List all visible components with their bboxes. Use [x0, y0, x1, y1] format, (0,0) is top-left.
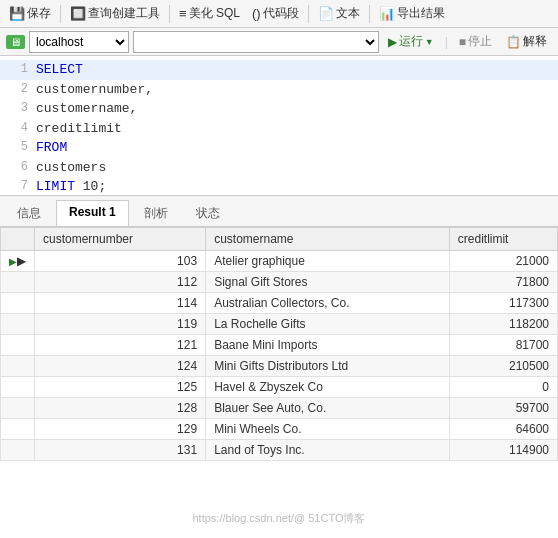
cell-creditlimit: 64600 — [449, 419, 557, 440]
line-content: creditlimit — [36, 119, 122, 139]
table-row[interactable]: ▶103Atelier graphique21000 — [1, 251, 558, 272]
cell-customername: Land of Toys Inc. — [206, 440, 450, 461]
line-content: customers — [36, 158, 106, 178]
row-indicator-cell — [1, 377, 35, 398]
table-row[interactable]: 125Havel & Zbyszek Co0 — [1, 377, 558, 398]
run-sep: | — [445, 35, 448, 49]
explain-button[interactable]: 📋 解释 — [501, 31, 552, 52]
line-number: 3 — [4, 99, 28, 119]
table-row[interactable]: 131Land of Toys Inc.114900 — [1, 440, 558, 461]
row-indicator-cell — [1, 272, 35, 293]
line-number: 6 — [4, 158, 28, 178]
text-button[interactable]: 📄 文本 — [313, 3, 365, 24]
cell-customername: Signal Gift Stores — [206, 272, 450, 293]
tabs-bar: 信息Result 1剖析状态 — [0, 196, 558, 227]
cell-customernumber: 112 — [35, 272, 206, 293]
cell-customernumber: 103 — [35, 251, 206, 272]
save-icon: 💾 — [9, 6, 25, 21]
row-indicator-cell — [1, 314, 35, 335]
table-row[interactable]: 129Mini Wheels Co.64600 — [1, 419, 558, 440]
line-number: 5 — [4, 138, 28, 158]
cell-customernumber: 124 — [35, 356, 206, 377]
table-row[interactable]: 112Signal Gift Stores71800 — [1, 272, 558, 293]
cell-creditlimit: 81700 — [449, 335, 557, 356]
row-indicator-cell — [1, 335, 35, 356]
cell-creditlimit: 59700 — [449, 398, 557, 419]
separator-4 — [369, 5, 370, 23]
row-indicator-cell: ▶ — [1, 251, 35, 272]
table-row[interactable]: 124Mini Gifts Distributors Ltd210500 — [1, 356, 558, 377]
db-icon: 🖥 — [6, 35, 25, 49]
table-row[interactable]: 119La Rochelle Gifts118200 — [1, 314, 558, 335]
separator-3 — [308, 5, 309, 23]
line-number: 1 — [4, 60, 28, 80]
line-number: 2 — [4, 80, 28, 100]
cell-customername: Havel & Zbyszek Co — [206, 377, 450, 398]
line-number: 7 — [4, 177, 28, 196]
cell-customernumber: 129 — [35, 419, 206, 440]
cell-customername: Mini Gifts Distributors Ltd — [206, 356, 450, 377]
line-content: customername, — [36, 99, 137, 119]
cell-customername: Atelier graphique — [206, 251, 450, 272]
row-indicator-cell — [1, 293, 35, 314]
col-header-creditlimit: creditlimit — [449, 228, 557, 251]
col-header-customername: customername — [206, 228, 450, 251]
cell-customernumber: 114 — [35, 293, 206, 314]
row-indicator-cell — [1, 419, 35, 440]
cell-creditlimit: 114900 — [449, 440, 557, 461]
col-header-indicator — [1, 228, 35, 251]
run-button[interactable]: ▶ 运行 ▼ — [383, 31, 439, 52]
stop-icon: ■ — [459, 35, 466, 49]
line-number: 4 — [4, 119, 28, 139]
cell-customernumber: 121 — [35, 335, 206, 356]
result-table: customernumbercustomernamecreditlimit▶10… — [0, 227, 558, 461]
line-content: FROM — [36, 138, 67, 158]
cell-customername: Baane Mini Imports — [206, 335, 450, 356]
cell-creditlimit: 210500 — [449, 356, 557, 377]
beautify-icon: ≡ — [179, 6, 187, 21]
row-indicator-cell — [1, 356, 35, 377]
cell-customernumber: 125 — [35, 377, 206, 398]
save-button[interactable]: 💾 保存 — [4, 3, 56, 24]
run-dropdown-icon: ▼ — [425, 37, 434, 47]
cell-customernumber: 119 — [35, 314, 206, 335]
beautify-button[interactable]: ≡ 美化 SQL — [174, 3, 245, 24]
cell-creditlimit: 71800 — [449, 272, 557, 293]
toolbar: 💾 保存 🔲 查询创建工具 ≡ 美化 SQL () 代码段 📄 文本 📊 导出结… — [0, 0, 558, 28]
run-icon: ▶ — [388, 35, 397, 49]
host-select[interactable]: localhost — [29, 31, 129, 53]
sql-editor[interactable]: 1SELECT2 customernumber,3 customername,4… — [0, 56, 558, 196]
table-row[interactable]: 121Baane Mini Imports81700 — [1, 335, 558, 356]
cell-customername: Blauer See Auto, Co. — [206, 398, 450, 419]
address-bar: 🖥 localhost ▶ 运行 ▼ | ■ 停止 📋 解释 — [0, 28, 558, 56]
cell-customername: Mini Wheels Co. — [206, 419, 450, 440]
line-content: LIMIT 10; — [36, 177, 106, 196]
table-row[interactable]: 114Australian Collectors, Co.117300 — [1, 293, 558, 314]
tab-剖析[interactable]: 剖析 — [131, 200, 181, 226]
separator-2 — [169, 5, 170, 23]
tab-状态[interactable]: 状态 — [183, 200, 233, 226]
code-icon: () — [252, 6, 261, 21]
cell-customername: Australian Collectors, Co. — [206, 293, 450, 314]
tab-result-1[interactable]: Result 1 — [56, 200, 129, 226]
result-container[interactable]: customernumbercustomernamecreditlimit▶10… — [0, 227, 558, 538]
cell-creditlimit: 117300 — [449, 293, 557, 314]
code-snippet-button[interactable]: () 代码段 — [247, 3, 304, 24]
col-header-customernumber: customernumber — [35, 228, 206, 251]
text-icon: 📄 — [318, 6, 334, 21]
tab-信息[interactable]: 信息 — [4, 200, 54, 226]
stop-button[interactable]: ■ 停止 — [454, 31, 497, 52]
query-tool-button[interactable]: 🔲 查询创建工具 — [65, 3, 165, 24]
separator-1 — [60, 5, 61, 23]
db-select[interactable] — [133, 31, 379, 53]
cell-creditlimit: 118200 — [449, 314, 557, 335]
cell-creditlimit: 0 — [449, 377, 557, 398]
line-content: SELECT — [36, 60, 83, 80]
export-icon: 📊 — [379, 6, 395, 21]
query-tool-icon: 🔲 — [70, 6, 86, 21]
export-button[interactable]: 📊 导出结果 — [374, 3, 450, 24]
row-indicator-cell — [1, 398, 35, 419]
cell-customernumber: 131 — [35, 440, 206, 461]
table-row[interactable]: 128Blauer See Auto, Co.59700 — [1, 398, 558, 419]
cell-customernumber: 128 — [35, 398, 206, 419]
